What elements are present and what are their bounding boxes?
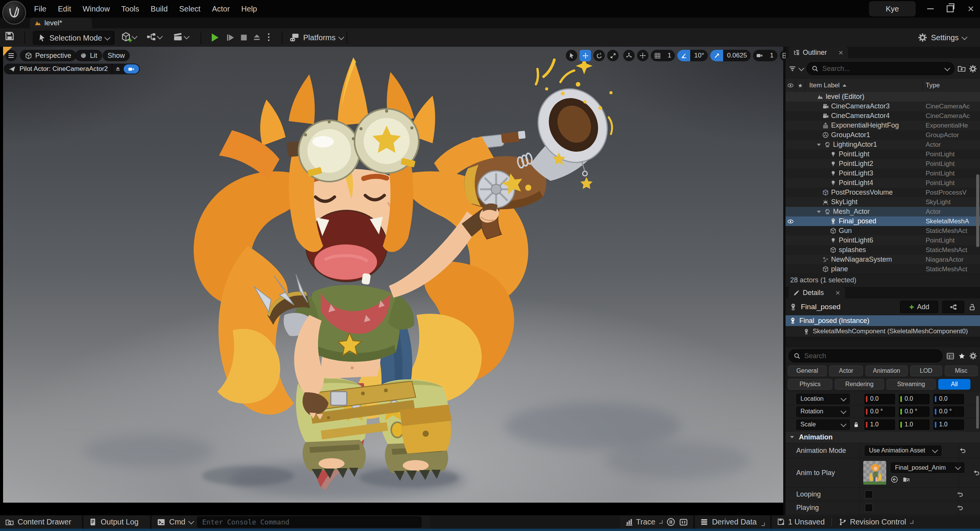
search-options-chevron[interactable]	[944, 65, 951, 71]
menu-select[interactable]: Select	[173, 0, 206, 18]
pin-column-header[interactable]	[795, 79, 805, 92]
outliner-row-plane[interactable]: planeStaticMeshAct	[786, 264, 980, 274]
cinematics-dropdown[interactable]	[173, 32, 189, 42]
play-options-kebab[interactable]	[268, 33, 270, 41]
expander-icon[interactable]	[817, 211, 821, 213]
chip-general[interactable]: General	[788, 365, 826, 376]
cmd-dropdown[interactable]: Cmd	[169, 518, 185, 526]
filter-icon[interactable]	[789, 65, 796, 72]
unsaved-button[interactable]: 1 Unsaved	[777, 518, 825, 526]
scale-z-field[interactable]: 1.0	[933, 420, 964, 430]
instance-row[interactable]: Final_posed (Instance)	[786, 315, 980, 326]
filter-chevron-icon[interactable]	[799, 65, 805, 71]
scale-lock-icon[interactable]	[853, 421, 859, 428]
outliner-row-pointlight2[interactable]: PointLight2PointLight	[786, 159, 980, 169]
outliner-row-pointlight6[interactable]: PointLight6PointLight	[786, 236, 980, 245]
play-button[interactable]	[209, 32, 220, 43]
revision-control-button[interactable]: Revision Control	[839, 518, 913, 526]
create-folder-icon[interactable]	[957, 64, 966, 73]
console-command-input[interactable]	[197, 516, 421, 528]
trace-snapshot-icon[interactable]	[679, 518, 688, 526]
stop-button[interactable]	[239, 33, 249, 43]
menu-window[interactable]: Window	[77, 0, 116, 18]
viewport-options-menu[interactable]	[5, 50, 17, 61]
blueprints-dropdown[interactable]	[146, 32, 162, 42]
outliner-row-cinecameraactor4[interactable]: CineCameraActor4CineCameraAc	[786, 111, 980, 121]
show-dropdown[interactable]: Show	[103, 50, 130, 61]
level-tab[interactable]: level*	[30, 18, 92, 28]
outliner-row-pointlight3[interactable]: PointLight3PointLight	[786, 169, 980, 178]
maximize-button[interactable]	[943, 0, 957, 18]
animation-section-header[interactable]: Animation	[786, 431, 980, 443]
outliner-settings-gear-icon[interactable]	[969, 65, 977, 73]
reset-icon[interactable]	[959, 447, 966, 454]
trace-button[interactable]: Trace	[625, 518, 663, 526]
content-drawer-button[interactable]: Content Drawer	[0, 515, 82, 529]
component-row[interactable]: SkeletalMeshComponent (SkeletalMeshCompo…	[786, 326, 980, 337]
outliner-row-cinecameraactor3[interactable]: CineCameraActor3CineCameraAc	[786, 102, 980, 111]
details-settings-gear-icon[interactable]	[969, 352, 977, 360]
menu-file[interactable]: File	[28, 0, 52, 18]
expander-icon[interactable]	[817, 144, 821, 146]
details-search-input[interactable]	[804, 352, 938, 361]
eject-button[interactable]	[252, 33, 262, 43]
user-account-button[interactable]: Kye	[869, 1, 916, 16]
viewport-scene[interactable]	[3, 47, 783, 503]
location-dropdown[interactable]: Location	[796, 394, 850, 404]
reset-icon[interactable]	[956, 504, 964, 511]
minimize-button[interactable]	[923, 0, 937, 18]
outliner-row-newniagarasystem[interactable]: NewNiagaraSystemNiagaraActor	[786, 255, 980, 264]
rotation-y-field[interactable]: 0.0 °	[899, 406, 929, 417]
outliner-row-pointlight[interactable]: PointLightPointLight	[786, 149, 980, 159]
rotate-tool-button[interactable]	[593, 50, 605, 61]
lit-mode-dropdown[interactable]: Lit	[75, 50, 102, 61]
viewport[interactable]: Perspective Lit Show Pilot Actor: CineCa…	[0, 47, 783, 515]
use-selected-asset-icon[interactable]	[891, 476, 898, 483]
outliner-row-final-posed[interactable]: Final_posedSkeletalMeshA	[786, 216, 980, 226]
world-row[interactable]: level (Editor)	[786, 92, 980, 102]
edit-blueprint-button[interactable]	[942, 301, 964, 313]
location-y-field[interactable]: 0.0	[899, 394, 929, 404]
outliner-search-input[interactable]	[822, 64, 942, 73]
details-scrollbar[interactable]	[976, 396, 979, 429]
save-button[interactable]	[5, 31, 15, 41]
type-column-header[interactable]: Type	[923, 79, 980, 92]
scale-tool-button[interactable]	[607, 50, 619, 61]
chip-streaming[interactable]: Streaming	[887, 379, 936, 390]
menu-tools[interactable]: Tools	[116, 0, 145, 18]
outliner-row-mesh-actor[interactable]: Mesh_ActorActor	[786, 207, 980, 216]
outliner-tab[interactable]: Outliner	[789, 47, 848, 58]
outliner-search[interactable]	[807, 62, 954, 75]
rotation-z-field[interactable]: 0.0 °	[933, 406, 964, 417]
add-actor-dropdown[interactable]	[121, 32, 137, 42]
rotation-snap-control[interactable]: 10°	[677, 50, 708, 61]
camera-speed-control[interactable]: 1	[753, 50, 777, 61]
pilot-actor-bar[interactable]: Pilot Actor: CineCameraActor2	[4, 64, 140, 74]
reset-icon[interactable]	[956, 491, 964, 498]
scale-y-field[interactable]: 1.0	[899, 420, 929, 430]
looping-checkbox[interactable]	[865, 490, 873, 498]
animation-mode-dropdown[interactable]: Use Animation Asset	[865, 446, 941, 456]
visibility-column-header[interactable]	[786, 79, 795, 92]
close-icon[interactable]	[835, 290, 840, 295]
outliner-row-gun[interactable]: GunStaticMeshAct	[786, 226, 980, 236]
chip-lod[interactable]: LOD	[910, 365, 942, 376]
scale-dropdown[interactable]: Scale	[796, 420, 850, 430]
close-icon[interactable]	[838, 50, 843, 55]
stop-piloting-button[interactable]	[112, 64, 124, 74]
reset-icon[interactable]	[973, 469, 980, 477]
item-label-column-header[interactable]: Item Label	[805, 79, 923, 92]
favorites-star-icon[interactable]	[958, 352, 965, 360]
chip-all[interactable]: All	[938, 379, 970, 390]
chip-actor[interactable]: Actor	[829, 365, 863, 376]
selection-mode-dropdown[interactable]: Selection Mode	[33, 31, 114, 45]
frame-skip-button[interactable]	[225, 33, 235, 43]
chip-animation[interactable]: Animation	[866, 365, 908, 376]
outliner-row-lightingactor1[interactable]: LightingActor1Actor	[786, 140, 980, 149]
grid-snap-control[interactable]: 1	[651, 50, 675, 61]
unreal-logo[interactable]	[2, 1, 26, 25]
outliner-row-splashes[interactable]: splashesStaticMeshAct	[786, 245, 980, 255]
outliner-scrollbar[interactable]	[976, 174, 979, 247]
camera-view-toggle[interactable]	[124, 64, 139, 74]
location-z-field[interactable]: 0.0	[933, 394, 964, 404]
